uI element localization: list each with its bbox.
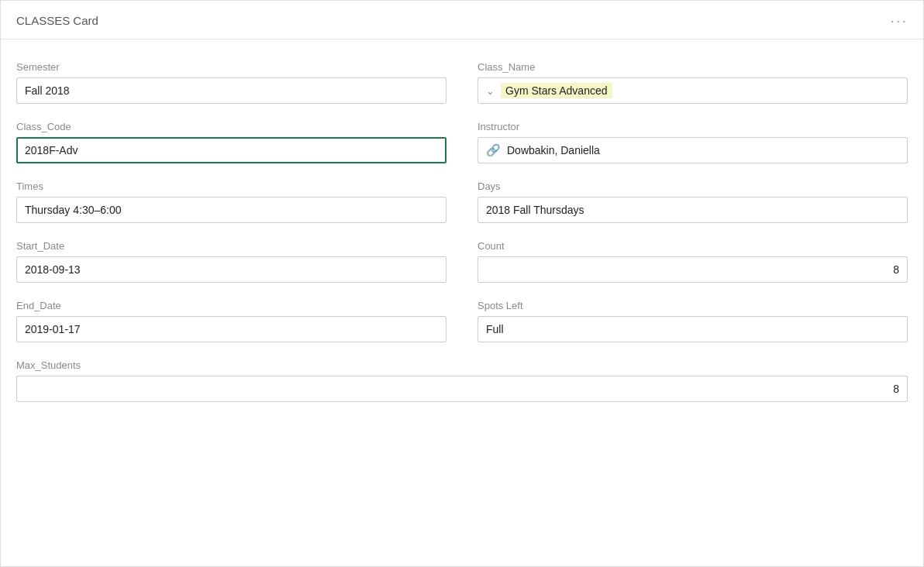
class-name-dropdown[interactable]: ⌄ Gym Stars Advanced xyxy=(478,77,908,104)
class-code-field: Class_Code xyxy=(16,121,446,163)
semester-input[interactable] xyxy=(16,77,446,104)
chevron-down-icon: ⌄ xyxy=(486,85,495,97)
link-icon: 🔗 xyxy=(486,143,501,157)
spots-left-field: Spots Left xyxy=(478,300,908,342)
class-name-field: Class_Name ⌄ Gym Stars Advanced xyxy=(478,61,908,104)
times-input[interactable] xyxy=(16,197,446,223)
times-field: Times xyxy=(16,180,446,223)
class-code-input[interactable] xyxy=(16,137,446,163)
instructor-label: Instructor xyxy=(478,121,908,132)
days-field: Days xyxy=(478,180,908,223)
semester-label: Semester xyxy=(16,61,446,73)
instructor-value: Dowbakin, Daniella xyxy=(507,144,600,156)
times-label: Times xyxy=(16,180,446,192)
max-students-field: Max_Students xyxy=(16,359,908,402)
spots-left-input[interactable] xyxy=(478,316,908,342)
max-students-label: Max_Students xyxy=(16,359,908,371)
count-label: Count xyxy=(478,240,908,252)
days-label: Days xyxy=(478,180,908,192)
card-body: Semester Class_Name ⌄ Gym Stars Advanced… xyxy=(1,40,923,435)
end-date-input[interactable] xyxy=(16,316,446,342)
end-date-label: End_Date xyxy=(16,300,446,311)
class-name-value: Gym Stars Advanced xyxy=(501,83,612,98)
start-date-field: Start_Date xyxy=(16,240,446,283)
count-input[interactable] xyxy=(478,256,908,283)
start-date-input[interactable] xyxy=(16,256,446,283)
start-date-label: Start_Date xyxy=(16,240,446,252)
end-date-field: End_Date xyxy=(16,300,446,342)
classes-card: CLASSES Card ··· Semester Class_Name ⌄ G… xyxy=(0,0,924,567)
card-header: CLASSES Card ··· xyxy=(1,1,923,40)
more-options-button[interactable]: ··· xyxy=(890,12,908,29)
card-title: CLASSES Card xyxy=(16,14,98,27)
days-input[interactable] xyxy=(478,197,908,223)
class-code-label: Class_Code xyxy=(16,121,446,132)
instructor-input[interactable]: 🔗 Dowbakin, Daniella xyxy=(478,137,908,163)
spots-left-label: Spots Left xyxy=(478,300,908,311)
count-field: Count xyxy=(478,240,908,283)
form-grid: Semester Class_Name ⌄ Gym Stars Advanced… xyxy=(16,61,908,419)
instructor-field: Instructor 🔗 Dowbakin, Daniella xyxy=(478,121,908,163)
max-students-input[interactable] xyxy=(16,376,908,402)
semester-field: Semester xyxy=(16,61,446,104)
class-name-label: Class_Name xyxy=(478,61,908,73)
